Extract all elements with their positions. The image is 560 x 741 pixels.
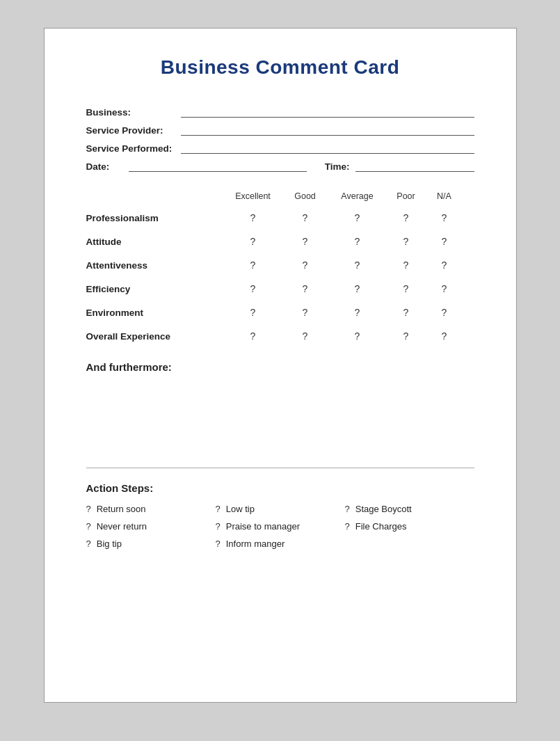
rating-row-professionalism: Professionalism ? ? ? ? ? (86, 212, 474, 223)
attitude-na[interactable]: ? (427, 236, 462, 247)
professionalism-na[interactable]: ? (427, 212, 462, 223)
action-item-inform-manager[interactable]: ? Inform manger (216, 539, 345, 549)
action-item-return-soon[interactable]: ? Return soon (86, 504, 216, 514)
header-empty (86, 191, 225, 201)
service-performed-label: Service Performed: (86, 143, 177, 154)
header-average: Average (330, 191, 385, 201)
return-soon-label: Return soon (97, 504, 146, 514)
efficiency-label: Efficiency (86, 284, 225, 294)
action-item-file-charges[interactable]: ? File Charges (345, 521, 474, 532)
environment-na[interactable]: ? (427, 307, 462, 318)
section-divider (86, 468, 474, 468)
stage-boycott-icon: ? (345, 504, 350, 514)
professionalism-label: Professionalism (86, 213, 225, 223)
furthermore-section: And furthermore: (86, 361, 474, 454)
attitude-label: Attitude (86, 237, 225, 247)
attitude-good[interactable]: ? (281, 236, 330, 247)
efficiency-na[interactable]: ? (427, 283, 462, 294)
header-poor: Poor (385, 191, 427, 201)
overall-experience-excellent[interactable]: ? (225, 330, 281, 342)
rating-row-attitude: Attitude ? ? ? ? ? (86, 236, 474, 247)
ratings-header: Excellent Good Average Poor N/A (86, 191, 474, 201)
overall-experience-good[interactable]: ? (281, 330, 330, 342)
attitude-average[interactable]: ? (330, 236, 385, 247)
action-item-stage-boycott[interactable]: ? Stage Boycott (345, 504, 474, 514)
never-return-icon: ? (86, 521, 91, 532)
rating-row-attentiveness: Attentiveness ? ? ? ? ? (86, 260, 474, 271)
overall-experience-average[interactable]: ? (330, 330, 385, 342)
file-charges-label: File Charges (355, 521, 407, 532)
overall-experience-na[interactable]: ? (427, 330, 462, 342)
big-tip-label: Big tip (97, 539, 122, 549)
rating-row-environment: Environment ? ? ? ? ? (86, 307, 474, 318)
action-item-never-return[interactable]: ? Never return (86, 521, 216, 532)
time-label: Time: (325, 161, 350, 172)
service-provider-field-row: Service Provider: (86, 125, 474, 136)
environment-poor[interactable]: ? (385, 307, 427, 318)
service-performed-input-line[interactable] (181, 143, 474, 154)
business-input-line[interactable] (181, 106, 474, 118)
ratings-section: Excellent Good Average Poor N/A Professi… (86, 191, 474, 342)
attentiveness-label: Attentiveness (86, 260, 225, 271)
inform-manager-label: Inform manger (226, 539, 285, 549)
efficiency-good[interactable]: ? (281, 283, 330, 294)
environment-good[interactable]: ? (281, 307, 330, 318)
date-label: Date: (86, 161, 125, 172)
card-title: Business Comment Card (86, 56, 474, 79)
file-charges-icon: ? (345, 521, 350, 532)
furthermore-title: And furthermore: (86, 361, 474, 373)
action-item-big-tip[interactable]: ? Big tip (86, 539, 216, 549)
date-input-line[interactable] (129, 161, 307, 172)
environment-excellent[interactable]: ? (225, 307, 281, 318)
action-steps-section: Action Steps: ? Return soon ? Low tip ? … (86, 482, 474, 549)
action-item-praise-manager[interactable]: ? Praise to manager (216, 521, 345, 532)
professionalism-good[interactable]: ? (281, 212, 330, 223)
attentiveness-excellent[interactable]: ? (225, 260, 281, 271)
service-provider-label: Service Provider: (86, 125, 177, 136)
low-tip-icon: ? (216, 504, 221, 514)
efficiency-poor[interactable]: ? (385, 283, 427, 294)
service-performed-field-row: Service Performed: (86, 143, 474, 154)
never-return-label: Never return (97, 521, 147, 532)
professionalism-excellent[interactable]: ? (225, 212, 281, 223)
overall-experience-poor[interactable]: ? (385, 330, 427, 342)
header-na: N/A (427, 191, 462, 201)
environment-average[interactable]: ? (330, 307, 385, 318)
date-time-row: Date: Time: (86, 161, 474, 172)
attentiveness-good[interactable]: ? (281, 260, 330, 271)
comment-card: Business Comment Card Business: Service … (44, 28, 517, 703)
action-item-empty (345, 539, 474, 549)
stage-boycott-label: Stage Boycott (355, 504, 412, 514)
rating-row-overall-experience: Overall Experience ? ? ? ? ? (86, 330, 474, 342)
low-tip-label: Low tip (226, 504, 255, 514)
professionalism-average[interactable]: ? (330, 212, 385, 223)
furthermore-area[interactable] (86, 384, 474, 454)
attentiveness-na[interactable]: ? (427, 260, 462, 271)
overall-experience-label: Overall Experience (86, 331, 225, 342)
business-field-row: Business: (86, 106, 474, 118)
praise-manager-icon: ? (216, 521, 221, 532)
attitude-poor[interactable]: ? (385, 236, 427, 247)
action-steps-title: Action Steps: (86, 482, 474, 494)
attentiveness-average[interactable]: ? (330, 260, 385, 271)
efficiency-excellent[interactable]: ? (225, 283, 281, 294)
service-provider-input-line[interactable] (181, 125, 474, 136)
business-label: Business: (86, 107, 177, 118)
attitude-excellent[interactable]: ? (225, 236, 281, 247)
time-input-line[interactable] (355, 161, 474, 172)
action-item-low-tip[interactable]: ? Low tip (216, 504, 345, 514)
action-steps-grid: ? Return soon ? Low tip ? Stage Boycott … (86, 504, 474, 549)
efficiency-average[interactable]: ? (330, 283, 385, 294)
header-good: Good (281, 191, 330, 201)
return-soon-icon: ? (86, 504, 91, 514)
big-tip-icon: ? (86, 539, 91, 549)
professionalism-poor[interactable]: ? (385, 212, 427, 223)
header-excellent: Excellent (225, 191, 281, 201)
attentiveness-poor[interactable]: ? (385, 260, 427, 271)
environment-label: Environment (86, 308, 225, 318)
rating-row-efficiency: Efficiency ? ? ? ? ? (86, 283, 474, 294)
praise-manager-label: Praise to manager (226, 521, 300, 532)
inform-manager-icon: ? (216, 539, 221, 549)
